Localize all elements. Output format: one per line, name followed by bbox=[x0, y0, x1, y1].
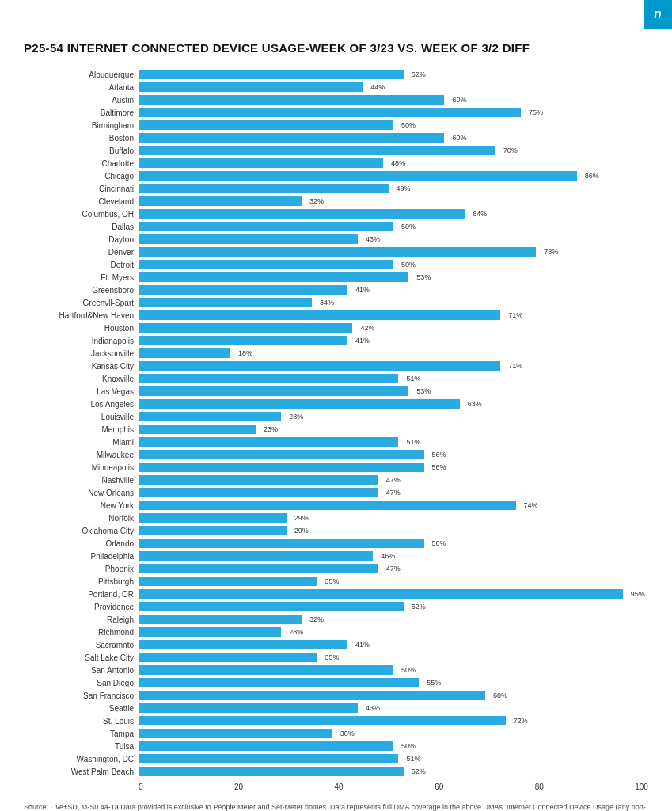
bar-row: Greensboro41% bbox=[24, 284, 648, 295]
bar-row: Boston60% bbox=[24, 132, 648, 143]
bar-value-label: 56% bbox=[432, 463, 446, 471]
bar-value-label: 28% bbox=[289, 628, 303, 636]
bar-label: Cleveland bbox=[24, 197, 139, 206]
bar-value-label: 86% bbox=[585, 172, 599, 180]
bar-fill: 52% bbox=[139, 70, 404, 79]
bar-track: 51% bbox=[139, 754, 648, 763]
bar-value-label: 29% bbox=[294, 527, 309, 535]
bar-value-label: 52% bbox=[412, 70, 426, 78]
bar-label: Jacksonville bbox=[24, 349, 139, 358]
bar-track: 70% bbox=[139, 146, 648, 155]
x-axis-label: 80 bbox=[535, 782, 544, 791]
bar-track: 50% bbox=[139, 120, 648, 130]
bar-row: Norfolk29% bbox=[24, 512, 648, 524]
bar-track: 56% bbox=[139, 450, 648, 459]
bar-value-label: 35% bbox=[325, 577, 339, 585]
bar-track: 51% bbox=[139, 437, 648, 447]
bar-row: Charlotte48% bbox=[24, 158, 648, 169]
bar-label: Providence bbox=[24, 603, 139, 611]
bar-label: Hartford&New Haven bbox=[24, 311, 139, 320]
bar-track: 35% bbox=[139, 653, 648, 662]
bar-value-label: 41% bbox=[355, 641, 370, 649]
bar-row: Phoenix47% bbox=[24, 563, 648, 574]
bar-track: 47% bbox=[139, 475, 648, 485]
bar-row: Greenvll-Spart34% bbox=[24, 297, 648, 308]
bar-label: Baltimore bbox=[24, 109, 139, 117]
bar-fill: 71% bbox=[139, 310, 500, 320]
bar-label: Philadelphia bbox=[24, 552, 139, 561]
bar-track: 29% bbox=[139, 513, 648, 523]
bar-value-label: 50% bbox=[401, 121, 416, 129]
bar-value-label: 32% bbox=[309, 197, 324, 205]
bar-label: Norfolk bbox=[24, 514, 139, 523]
bar-fill: 51% bbox=[139, 754, 398, 763]
bar-fill: 60% bbox=[139, 133, 444, 143]
bar-fill: 35% bbox=[139, 653, 317, 662]
bar-row: San Francisco68% bbox=[24, 690, 648, 701]
chart-title: P25-54 INTERNET CONNECTED DEVICE USAGE-W… bbox=[24, 40, 648, 56]
bar-label: Houston bbox=[24, 324, 139, 333]
bar-track: 34% bbox=[139, 298, 648, 307]
bar-label: Chicago bbox=[24, 172, 139, 181]
bar-fill: 48% bbox=[139, 158, 383, 168]
bar-track: 75% bbox=[139, 108, 648, 117]
bar-label: Sacramnto bbox=[24, 641, 139, 649]
bar-row: Hartford&New Haven71% bbox=[24, 310, 648, 321]
bar-label: Portland, OR bbox=[24, 590, 139, 599]
nielsen-badge: n bbox=[644, 0, 672, 29]
bar-label: Detroit bbox=[24, 261, 139, 269]
bar-track: 95% bbox=[139, 589, 648, 599]
bar-label: Miami bbox=[24, 438, 139, 447]
bar-value-label: 50% bbox=[401, 261, 416, 268]
bar-fill: 47% bbox=[139, 564, 378, 573]
bar-label: Denver bbox=[24, 248, 139, 257]
bar-value-label: 72% bbox=[514, 717, 528, 725]
bar-row: Albuquerque52% bbox=[24, 69, 648, 80]
bar-label: Atlanta bbox=[24, 83, 139, 92]
bar-label: San Antonio bbox=[24, 666, 139, 675]
x-axis-line bbox=[139, 779, 648, 779]
bar-value-label: 50% bbox=[401, 742, 416, 750]
bar-fill: 53% bbox=[139, 386, 408, 396]
bar-label: New York bbox=[24, 501, 139, 510]
bar-fill: 50% bbox=[139, 222, 393, 231]
bar-track: 51% bbox=[139, 374, 648, 383]
bar-row: Nashville47% bbox=[24, 474, 648, 485]
bar-track: 52% bbox=[139, 602, 648, 611]
bar-label: Las Vegas bbox=[24, 387, 139, 396]
bar-track: 23% bbox=[139, 425, 648, 434]
x-axis-labels: 020406080100 bbox=[139, 782, 648, 791]
bar-track: 63% bbox=[139, 399, 648, 409]
bar-row: New York74% bbox=[24, 500, 648, 511]
bar-fill: 28% bbox=[139, 627, 281, 637]
bar-label: Pittsburgh bbox=[24, 577, 139, 586]
bar-row: Tulsa50% bbox=[24, 741, 648, 752]
bar-fill: 86% bbox=[139, 171, 577, 181]
bar-row: St. Louis72% bbox=[24, 715, 648, 726]
bar-fill: 41% bbox=[139, 285, 347, 295]
bar-value-label: 49% bbox=[397, 185, 411, 192]
bar-track: 47% bbox=[139, 564, 648, 573]
bar-value-label: 53% bbox=[416, 387, 431, 395]
bar-label: West Palm Beach bbox=[24, 767, 139, 776]
bar-label: Tampa bbox=[24, 729, 139, 738]
x-axis-container: 020406080100 bbox=[24, 782, 648, 791]
bar-fill: 78% bbox=[139, 247, 536, 257]
bar-label: Seattle bbox=[24, 704, 139, 713]
bar-row: West Palm Beach52% bbox=[24, 766, 648, 777]
bar-value-label: 32% bbox=[309, 615, 324, 623]
bar-fill: 95% bbox=[139, 589, 623, 599]
bar-label: Memphis bbox=[24, 425, 139, 434]
bar-label: San Diego bbox=[24, 679, 139, 687]
bar-fill: 55% bbox=[139, 678, 419, 687]
x-axis-label: 60 bbox=[435, 782, 443, 791]
bar-row: Minneapolis56% bbox=[24, 462, 648, 473]
bar-row: Oklahoma City29% bbox=[24, 525, 648, 536]
bar-fill: 63% bbox=[139, 399, 460, 409]
bar-track: 71% bbox=[139, 310, 648, 320]
bar-fill: 50% bbox=[139, 120, 393, 130]
bar-label: Austin bbox=[24, 96, 139, 105]
source-text: Source: Live+SD, M-Su 4a-1a Data provide… bbox=[24, 802, 648, 811]
bar-label: Phoenix bbox=[24, 565, 139, 573]
bar-value-label: 42% bbox=[360, 324, 374, 332]
